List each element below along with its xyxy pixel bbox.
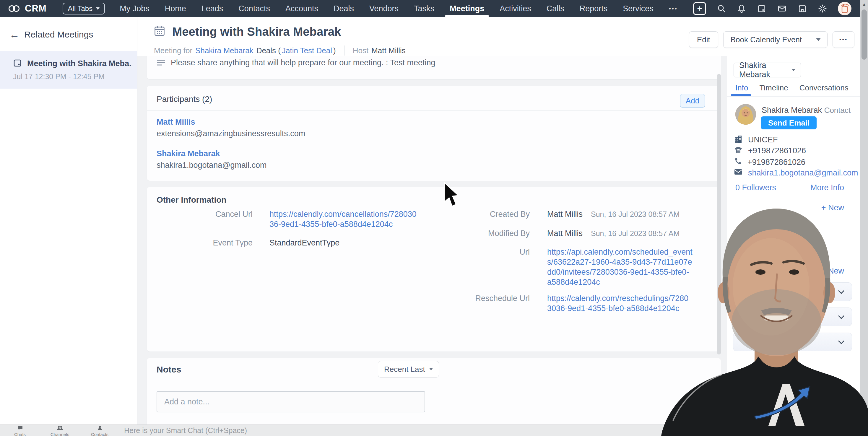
nav-overflow-button[interactable]: •••: [669, 0, 678, 17]
scroll-up-arrow[interactable]: ▲: [860, 2, 868, 8]
email-row: shakira1.bogotana@gmail.com: [734, 168, 858, 178]
event-type-value: StandardEventType: [270, 238, 417, 248]
field-label: Reschedule Url: [459, 293, 530, 303]
chevron-down-icon: [792, 69, 795, 71]
nav-item-reports[interactable]: Reports: [580, 0, 608, 17]
subtitle-contact-link[interactable]: Shakira Mebarak: [195, 46, 253, 55]
plus-icon[interactable]: +: [693, 2, 706, 15]
cancel-url-link[interactable]: https://calendly.com/cancellations/72803…: [270, 209, 417, 229]
meeting-header: Meeting with Shakira Mebarak Meeting for…: [137, 17, 860, 56]
chevron-down-icon: [429, 368, 433, 370]
participant-name-link[interactable]: Shakira Mebarak: [157, 149, 267, 158]
field-label: Cancel Url: [176, 209, 253, 219]
related-meeting-title: Meeting with Shakira Meba...: [27, 59, 132, 68]
book-calendly-button[interactable]: Book Calendly Event: [723, 32, 809, 48]
field-label: Event Type: [176, 238, 253, 248]
nav-item-calls[interactable]: Calls: [547, 0, 564, 17]
top-nav: CRM All Tabs My Jobs Home Leads Contacts…: [0, 0, 868, 17]
divider: [727, 96, 861, 97]
brand-label: CRM: [25, 3, 47, 14]
subtitle-deal-link[interactable]: Jatin Test Deal: [282, 46, 332, 55]
participant-email: shakira1.bogotana@gmail.com: [157, 161, 267, 170]
mobile-value: +919872861026: [747, 158, 805, 167]
participant-row: Matt Millis extensions@amazingbusinessre…: [157, 118, 305, 138]
other-info-left-column: Cancel Url https://calendly.com/cancella…: [176, 209, 417, 248]
search-icon[interactable]: [717, 4, 726, 13]
divider: [147, 111, 721, 111]
nav-item-deals[interactable]: Deals: [334, 0, 354, 17]
back-arrow-icon[interactable]: ←: [9, 30, 20, 39]
add-note-input[interactable]: [157, 391, 425, 412]
mail-icon[interactable]: [777, 4, 787, 13]
nav-item-home[interactable]: Home: [165, 0, 186, 17]
nav-item-leads[interactable]: Leads: [202, 0, 223, 17]
nav-item-accounts[interactable]: Accounts: [285, 0, 318, 17]
calendar-icon[interactable]: [757, 4, 766, 13]
related-meetings-header[interactable]: ← Related Meetings: [0, 17, 137, 39]
channels-icon: [57, 425, 63, 432]
participant-email: extensions@amazingbusinessresults.com: [157, 129, 305, 138]
contact-tabs: Info Timeline Conversations: [735, 83, 848, 92]
meeting-detail-scroll-area: Please share anything that will help pre…: [137, 56, 727, 425]
contact-email-link[interactable]: shakira1.bogotana@gmail.com: [748, 168, 858, 178]
divider: [147, 142, 721, 142]
edit-button[interactable]: Edit: [689, 31, 718, 48]
all-tabs-dropdown[interactable]: All Tabs: [63, 3, 105, 14]
smart-chat-hint: Here is your Smart Chat (Ctrl+Space): [124, 426, 247, 435]
followers-row: 0 Followers More Info: [735, 183, 844, 192]
contacts-button[interactable]: Contacts: [80, 425, 120, 436]
description-icon: [157, 59, 165, 68]
company-icon: [734, 135, 743, 145]
participant-name-link[interactable]: Matt Millis: [157, 118, 305, 127]
tab-info[interactable]: Info: [735, 83, 748, 92]
subtitle-divider: [344, 45, 344, 56]
tab-timeline[interactable]: Timeline: [759, 83, 788, 92]
page-title: Meeting with Shakira Mebarak: [172, 25, 341, 38]
nav-utilities: +: [693, 2, 868, 15]
company-value: UNICEF: [748, 135, 778, 145]
contact-name: Shakira Mebarak Contact: [762, 106, 850, 115]
description-text: Please share anything that will help pre…: [171, 57, 435, 68]
related-meeting-time: Jul 17 12:30 PM - 12:45 PM: [13, 72, 132, 81]
followers-link[interactable]: 0 Followers: [735, 183, 776, 192]
field-label: Url: [459, 247, 530, 257]
channels-button[interactable]: Channels: [40, 425, 80, 436]
nav-item-tasks[interactable]: Tasks: [414, 0, 434, 17]
nav-item-my-jobs[interactable]: My Jobs: [120, 0, 150, 17]
nav-item-services[interactable]: Services: [623, 0, 653, 17]
participants-card: Participants (2) Add Matt Millis extensi…: [147, 86, 721, 181]
title-calendar-icon: [153, 25, 166, 38]
meeting-calendar-icon: [13, 59, 22, 68]
more-info-link[interactable]: More Info: [810, 183, 844, 192]
chats-button[interactable]: Chats: [0, 425, 40, 436]
nav-item-meetings[interactable]: Meetings: [450, 0, 484, 17]
description-card: Please share anything that will help pre…: [147, 56, 721, 79]
contact-avatar[interactable]: [735, 104, 756, 125]
brand[interactable]: CRM: [8, 3, 47, 14]
bell-icon[interactable]: [737, 4, 746, 13]
gear-icon[interactable]: [818, 4, 827, 13]
related-meeting-item[interactable]: Meeting with Shakira Meba... Jul 17 12:3…: [0, 51, 137, 89]
phone-value: +919872861026: [748, 146, 806, 155]
tab-conversations[interactable]: Conversations: [800, 83, 848, 92]
send-email-button[interactable]: Send Email: [761, 116, 816, 129]
divider: [120, 425, 120, 436]
contact-selector-dropdown[interactable]: Shakira Mebarak: [734, 63, 801, 77]
mobile-row: +919872861026: [734, 157, 805, 167]
nav-item-vendors[interactable]: Vendors: [369, 0, 399, 17]
add-participant-button[interactable]: Add: [680, 94, 705, 107]
notes-title: Notes: [157, 365, 181, 375]
book-calendly-caret[interactable]: [809, 32, 827, 48]
nav-item-activities[interactable]: Activities: [500, 0, 531, 17]
notes-sort-button[interactable]: Recent Last: [378, 361, 439, 377]
created-by-value: Matt Millis: [547, 209, 583, 219]
nav-item-contacts[interactable]: Contacts: [239, 0, 270, 17]
user-avatar[interactable]: [838, 2, 851, 15]
scrollbar-thumb[interactable]: [862, 9, 867, 60]
company-row: UNICEF: [734, 135, 778, 145]
store-icon[interactable]: [798, 4, 807, 13]
contacts-icon: [97, 425, 102, 432]
book-calendly-split-button: Book Calendly Event: [723, 31, 828, 48]
more-actions-button[interactable]: •••: [833, 31, 855, 48]
contact-type-label: Contact: [824, 106, 851, 115]
